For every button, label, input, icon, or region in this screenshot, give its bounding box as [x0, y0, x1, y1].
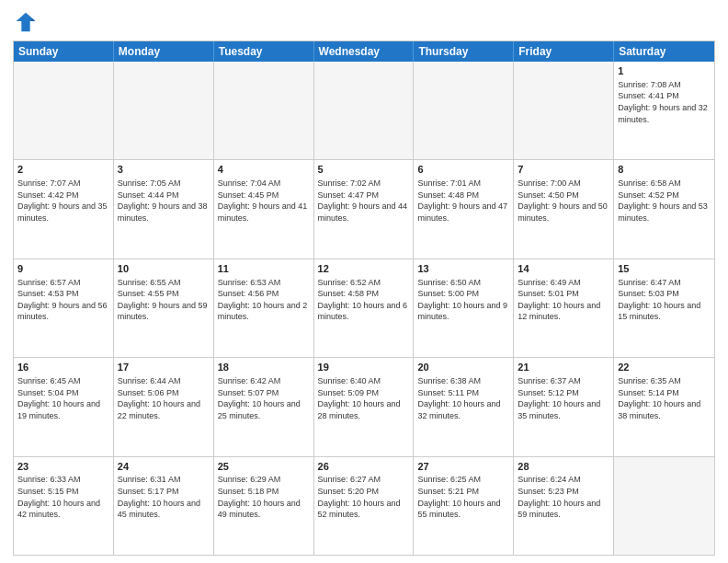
sun-info: Sunrise: 6:37 AM Sunset: 5:12 PM Dayligh… — [518, 375, 609, 421]
day-number: 24 — [118, 460, 210, 474]
sun-info: Sunrise: 7:05 AM Sunset: 4:44 PM Dayligh… — [118, 178, 210, 224]
sun-info: Sunrise: 6:50 AM Sunset: 5:00 PM Dayligh… — [417, 277, 509, 323]
calendar: SundayMondayTuesdayWednesdayThursdayFrid… — [13, 40, 715, 556]
sun-info: Sunrise: 6:55 AM Sunset: 4:55 PM Dayligh… — [118, 277, 210, 323]
calendar-cell: 20Sunrise: 6:38 AM Sunset: 5:11 PM Dayli… — [414, 358, 514, 455]
logo-icon — [13, 9, 39, 35]
header — [13, 9, 715, 35]
day-number: 3 — [118, 163, 210, 177]
weekday-header: Saturday — [614, 41, 714, 62]
calendar-cell — [414, 62, 514, 159]
logo — [13, 9, 42, 35]
calendar-row: 1Sunrise: 7:08 AM Sunset: 4:41 PM Daylig… — [14, 62, 714, 159]
calendar-header: SundayMondayTuesdayWednesdayThursdayFrid… — [14, 41, 714, 62]
calendar-cell: 26Sunrise: 6:27 AM Sunset: 5:20 PM Dayli… — [314, 457, 415, 555]
day-number: 20 — [417, 361, 509, 374]
day-number: 23 — [17, 460, 109, 474]
calendar-cell: 11Sunrise: 6:53 AM Sunset: 4:56 PM Dayli… — [214, 259, 314, 357]
day-number: 19 — [318, 361, 410, 374]
day-number: 27 — [417, 460, 509, 474]
sun-info: Sunrise: 6:35 AM Sunset: 5:14 PM Dayligh… — [618, 375, 711, 421]
svg-marker-0 — [17, 13, 36, 32]
day-number: 13 — [417, 262, 509, 276]
sun-info: Sunrise: 6:49 AM Sunset: 5:01 PM Dayligh… — [518, 277, 609, 323]
calendar-cell — [514, 62, 614, 159]
weekday-header: Thursday — [414, 41, 514, 62]
calendar-cell: 3Sunrise: 7:05 AM Sunset: 4:44 PM Daylig… — [114, 160, 214, 258]
sun-info: Sunrise: 6:44 AM Sunset: 5:06 PM Dayligh… — [118, 375, 210, 421]
calendar-body: 1Sunrise: 7:08 AM Sunset: 4:41 PM Daylig… — [14, 62, 714, 555]
sun-info: Sunrise: 6:40 AM Sunset: 5:09 PM Dayligh… — [318, 375, 410, 421]
sun-info: Sunrise: 6:45 AM Sunset: 5:04 PM Dayligh… — [17, 375, 109, 421]
day-number: 15 — [618, 262, 711, 276]
sun-info: Sunrise: 6:31 AM Sunset: 5:17 PM Dayligh… — [118, 474, 210, 520]
calendar-cell: 22Sunrise: 6:35 AM Sunset: 5:14 PM Dayli… — [614, 358, 714, 455]
calendar-row: 16Sunrise: 6:45 AM Sunset: 5:04 PM Dayli… — [14, 357, 714, 455]
day-number: 16 — [17, 361, 109, 374]
day-number: 28 — [518, 460, 609, 474]
sun-info: Sunrise: 7:07 AM Sunset: 4:42 PM Dayligh… — [17, 178, 109, 224]
day-number: 5 — [318, 163, 410, 177]
day-number: 11 — [218, 262, 310, 276]
sun-info: Sunrise: 6:58 AM Sunset: 4:52 PM Dayligh… — [618, 178, 711, 224]
sun-info: Sunrise: 6:24 AM Sunset: 5:23 PM Dayligh… — [518, 474, 609, 520]
calendar-cell: 5Sunrise: 7:02 AM Sunset: 4:47 PM Daylig… — [314, 160, 415, 258]
calendar-cell: 19Sunrise: 6:40 AM Sunset: 5:09 PM Dayli… — [314, 358, 415, 455]
sun-info: Sunrise: 7:02 AM Sunset: 4:47 PM Dayligh… — [318, 178, 410, 224]
calendar-cell — [314, 62, 415, 159]
calendar-cell: 7Sunrise: 7:00 AM Sunset: 4:50 PM Daylig… — [514, 160, 614, 258]
weekday-header: Wednesday — [314, 41, 415, 62]
calendar-cell: 8Sunrise: 6:58 AM Sunset: 4:52 PM Daylig… — [614, 160, 714, 258]
calendar-cell: 15Sunrise: 6:47 AM Sunset: 5:03 PM Dayli… — [614, 259, 714, 357]
day-number: 22 — [618, 361, 711, 374]
day-number: 14 — [518, 262, 609, 276]
day-number: 1 — [618, 64, 711, 78]
calendar-cell: 28Sunrise: 6:24 AM Sunset: 5:23 PM Dayli… — [514, 457, 614, 555]
calendar-cell: 21Sunrise: 6:37 AM Sunset: 5:12 PM Dayli… — [514, 358, 614, 455]
calendar-cell: 2Sunrise: 7:07 AM Sunset: 4:42 PM Daylig… — [14, 160, 114, 258]
calendar-cell: 27Sunrise: 6:25 AM Sunset: 5:21 PM Dayli… — [414, 457, 514, 555]
sun-info: Sunrise: 6:53 AM Sunset: 4:56 PM Dayligh… — [218, 277, 310, 323]
day-number: 12 — [318, 262, 410, 276]
weekday-header: Monday — [114, 41, 214, 62]
calendar-cell: 6Sunrise: 7:01 AM Sunset: 4:48 PM Daylig… — [414, 160, 514, 258]
calendar-cell — [214, 62, 314, 159]
day-number: 17 — [118, 361, 210, 374]
day-number: 8 — [618, 163, 711, 177]
sun-info: Sunrise: 7:08 AM Sunset: 4:41 PM Dayligh… — [618, 79, 711, 125]
sun-info: Sunrise: 6:47 AM Sunset: 5:03 PM Dayligh… — [618, 277, 711, 323]
calendar-row: 9Sunrise: 6:57 AM Sunset: 4:53 PM Daylig… — [14, 259, 714, 357]
calendar-cell: 23Sunrise: 6:33 AM Sunset: 5:15 PM Dayli… — [14, 457, 114, 555]
sun-info: Sunrise: 6:27 AM Sunset: 5:20 PM Dayligh… — [318, 474, 410, 520]
day-number: 4 — [218, 163, 310, 177]
day-number: 6 — [417, 163, 509, 177]
sun-info: Sunrise: 7:01 AM Sunset: 4:48 PM Dayligh… — [417, 178, 509, 224]
calendar-row: 23Sunrise: 6:33 AM Sunset: 5:15 PM Dayli… — [14, 456, 714, 555]
sun-info: Sunrise: 6:42 AM Sunset: 5:07 PM Dayligh… — [218, 375, 310, 421]
day-number: 9 — [17, 262, 109, 276]
calendar-cell: 14Sunrise: 6:49 AM Sunset: 5:01 PM Dayli… — [514, 259, 614, 357]
day-number: 21 — [518, 361, 609, 374]
calendar-cell: 9Sunrise: 6:57 AM Sunset: 4:53 PM Daylig… — [14, 259, 114, 357]
calendar-cell: 25Sunrise: 6:29 AM Sunset: 5:18 PM Dayli… — [214, 457, 314, 555]
sun-info: Sunrise: 6:38 AM Sunset: 5:11 PM Dayligh… — [417, 375, 509, 421]
calendar-cell: 12Sunrise: 6:52 AM Sunset: 4:58 PM Dayli… — [314, 259, 415, 357]
calendar-row: 2Sunrise: 7:07 AM Sunset: 4:42 PM Daylig… — [14, 159, 714, 258]
day-number: 18 — [218, 361, 310, 374]
weekday-header: Sunday — [14, 41, 114, 62]
calendar-cell: 18Sunrise: 6:42 AM Sunset: 5:07 PM Dayli… — [214, 358, 314, 455]
calendar-cell: 4Sunrise: 7:04 AM Sunset: 4:45 PM Daylig… — [214, 160, 314, 258]
calendar-cell — [614, 457, 714, 555]
day-number: 7 — [518, 163, 609, 177]
day-number: 25 — [218, 460, 310, 474]
calendar-cell — [14, 62, 114, 159]
sun-info: Sunrise: 6:33 AM Sunset: 5:15 PM Dayligh… — [17, 474, 109, 520]
sun-info: Sunrise: 6:52 AM Sunset: 4:58 PM Dayligh… — [318, 277, 410, 323]
calendar-cell: 24Sunrise: 6:31 AM Sunset: 5:17 PM Dayli… — [114, 457, 214, 555]
calendar-cell: 17Sunrise: 6:44 AM Sunset: 5:06 PM Dayli… — [114, 358, 214, 455]
sun-info: Sunrise: 6:25 AM Sunset: 5:21 PM Dayligh… — [417, 474, 509, 520]
page: SundayMondayTuesdayWednesdayThursdayFrid… — [0, 0, 728, 563]
sun-info: Sunrise: 7:00 AM Sunset: 4:50 PM Dayligh… — [518, 178, 609, 224]
day-number: 26 — [318, 460, 410, 474]
sun-info: Sunrise: 6:29 AM Sunset: 5:18 PM Dayligh… — [218, 474, 310, 520]
